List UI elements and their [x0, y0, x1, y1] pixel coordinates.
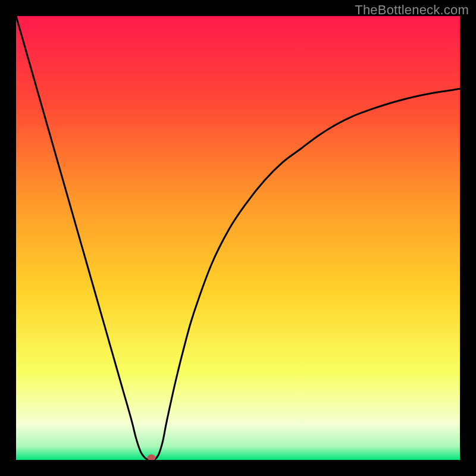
gradient-background [16, 16, 460, 460]
chart-frame: TheBottleneck.com [0, 0, 476, 476]
plot-area [16, 16, 460, 460]
watermark-text: TheBottleneck.com [355, 2, 469, 18]
bottleneck-curve-plot [16, 16, 460, 460]
